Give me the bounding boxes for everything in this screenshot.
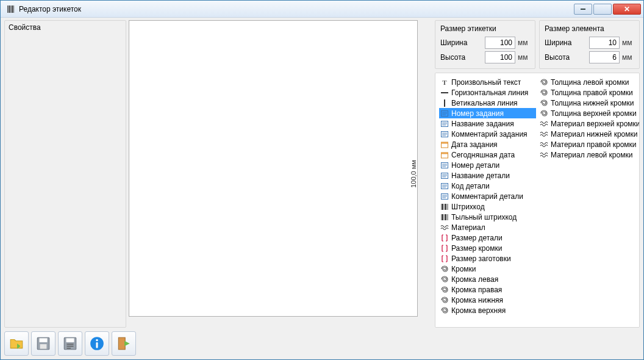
element-item[interactable]: Название детали bbox=[439, 170, 536, 181]
unit-mm: мм bbox=[518, 38, 530, 47]
element-item[interactable]: Кромка верхняя bbox=[439, 305, 536, 315]
label-width-label: Ширина bbox=[440, 38, 482, 47]
element-item[interactable]: Ветикальная линия bbox=[439, 98, 536, 108]
info-button[interactable] bbox=[85, 331, 109, 356]
spiral-icon bbox=[440, 286, 449, 294]
element-item-label: Горизонтальная линия bbox=[451, 88, 528, 97]
label-height-label: Высота bbox=[440, 53, 482, 62]
element-item[interactable]: Сегодняшная дата bbox=[439, 149, 536, 160]
element-item[interactable]: Дата задания bbox=[439, 139, 536, 149]
element-item-label: Кромка нижняя bbox=[451, 296, 503, 304]
minimize-button[interactable] bbox=[574, 4, 592, 15]
element-item[interactable]: Толщина левой кромки bbox=[538, 77, 635, 87]
box-icon bbox=[440, 130, 449, 139]
element-item[interactable]: Штрихкод bbox=[439, 201, 536, 212]
element-item[interactable]: Материал правой кромки bbox=[538, 139, 635, 149]
label-size-title: Размер этикетки bbox=[440, 24, 530, 33]
spiral-icon bbox=[540, 99, 548, 107]
element-item[interactable]: Название задания bbox=[439, 118, 536, 129]
element-item-label: Комментарий задания bbox=[451, 130, 528, 139]
element-item-label: Комментарий детали bbox=[451, 192, 523, 201]
element-item[interactable]: Номер детали bbox=[439, 160, 536, 170]
label-canvas[interactable] bbox=[129, 20, 418, 317]
element-item[interactable]: Кромка нижняя bbox=[439, 295, 536, 305]
spiral-icon bbox=[440, 265, 449, 273]
element-item[interactable]: Горизонтальная линия bbox=[439, 87, 536, 98]
spiral-icon bbox=[540, 88, 548, 97]
element-item[interactable]: Код детали bbox=[439, 181, 536, 191]
unit-mm: мм bbox=[622, 53, 634, 62]
element-item-label: Материал bbox=[451, 223, 485, 232]
bracket-icon bbox=[440, 234, 449, 242]
svg-rect-17 bbox=[442, 153, 448, 154]
element-item[interactable]: Материал bbox=[439, 222, 536, 232]
element-item[interactable]: Толщина правой кромки bbox=[538, 87, 635, 98]
element-item-label: Толщина левой кромки bbox=[551, 78, 629, 87]
element-item-label: Название детали bbox=[451, 171, 510, 180]
element-item[interactable]: Комментарий детали bbox=[439, 191, 536, 201]
element-item[interactable]: Толщина нижней кромки bbox=[538, 98, 635, 108]
element-item[interactable]: Комментарий задания bbox=[439, 129, 536, 139]
element-item-label: Название задания bbox=[451, 120, 514, 128]
properties-title: Свойства bbox=[5, 21, 126, 34]
element-item[interactable]: Кромка левая bbox=[439, 274, 536, 284]
element-item[interactable]: Кромки bbox=[439, 264, 536, 274]
element-item-label: Кромка верхняя bbox=[451, 306, 506, 315]
save-as-button[interactable] bbox=[58, 331, 82, 356]
label-width-input[interactable] bbox=[485, 37, 515, 49]
element-item[interactable]: Размер заготовки bbox=[439, 253, 536, 264]
elements-panel: TПроизвольный текстГоризонтальная линияВ… bbox=[435, 73, 640, 328]
element-item-label: Размер заготовки bbox=[451, 254, 511, 263]
element-item-label: Кромка левая bbox=[451, 275, 498, 284]
element-item[interactable]: Материал верхней кромки bbox=[538, 118, 635, 129]
properties-panel: Свойства bbox=[4, 20, 126, 328]
svg-rect-51 bbox=[96, 342, 98, 348]
element-height-input[interactable] bbox=[589, 51, 620, 63]
element-item[interactable]: Размер детали bbox=[439, 232, 536, 243]
spiral-icon bbox=[540, 109, 548, 118]
close-button[interactable]: ✕ bbox=[613, 4, 641, 15]
cal-icon bbox=[440, 140, 449, 149]
element-item-label: Номер задания bbox=[451, 109, 504, 118]
element-item[interactable]: Материал нижней кромки bbox=[538, 129, 635, 139]
element-item-label: Тыльный штрихкод bbox=[451, 213, 517, 221]
client-area: Свойства 100,0 мм Размер этикетки Ширина… bbox=[1, 18, 643, 331]
open-button[interactable] bbox=[4, 331, 29, 356]
element-item[interactable]: Кромка правая bbox=[439, 284, 536, 295]
element-item-label: Произвольный текст bbox=[451, 78, 521, 87]
element-item-label: Толщина нижней кромки bbox=[551, 99, 634, 107]
element-item[interactable]: Тыльный штрихкод bbox=[439, 212, 536, 222]
cal-icon bbox=[440, 151, 449, 159]
box-icon bbox=[440, 120, 449, 128]
element-item-label: Кромки bbox=[451, 265, 476, 273]
box-icon bbox=[440, 182, 449, 190]
element-item-label: Штрихкод bbox=[451, 203, 485, 211]
maximize-button[interactable] bbox=[593, 4, 612, 15]
wave-icon bbox=[540, 120, 548, 128]
save-button[interactable] bbox=[31, 331, 55, 356]
label-height-input[interactable] bbox=[485, 51, 515, 63]
element-item[interactable]: Материал левой кромки bbox=[538, 149, 635, 160]
hline-icon bbox=[440, 88, 449, 97]
element-item[interactable]: TПроизвольный текст bbox=[439, 77, 536, 87]
element-item[interactable]: Номер задания bbox=[439, 108, 536, 118]
element-item-label: Размер кромки bbox=[451, 244, 502, 253]
element-item-label: Материал левой кромки bbox=[551, 151, 632, 159]
element-item-label: Толщина правой кромки bbox=[551, 88, 633, 97]
svg-rect-48 bbox=[66, 338, 74, 342]
box-icon bbox=[440, 161, 449, 170]
element-item-label: Размер детали bbox=[451, 234, 503, 242]
spiral-icon bbox=[440, 296, 449, 304]
element-item[interactable]: Толщина верхней кромки bbox=[538, 108, 635, 118]
element-item-label: Номер детали bbox=[451, 161, 499, 170]
window-buttons: ✕ bbox=[574, 4, 641, 15]
wave-icon bbox=[440, 223, 449, 232]
exit-button[interactable] bbox=[112, 331, 136, 356]
element-item[interactable]: Размер кромки bbox=[439, 243, 536, 253]
wave-icon bbox=[540, 140, 548, 149]
properties-body bbox=[5, 34, 126, 327]
wave-icon bbox=[540, 151, 548, 159]
svg-rect-45 bbox=[40, 338, 48, 342]
element-width-input[interactable] bbox=[589, 37, 620, 49]
barcode-icon bbox=[440, 213, 449, 221]
